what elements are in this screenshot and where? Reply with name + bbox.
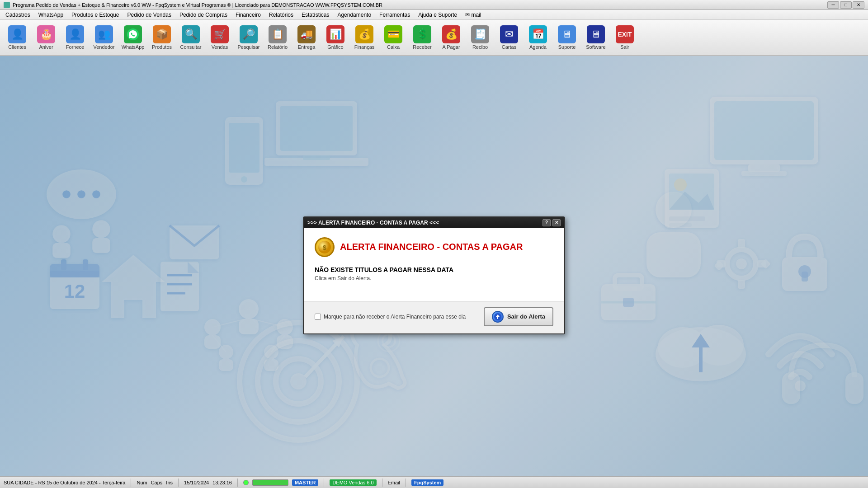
menu-ferramentas[interactable]: Ferramentas bbox=[376, 11, 414, 19]
maximize-button[interactable]: □ bbox=[840, 1, 852, 9]
menu-bar: Cadastros WhatsApp Produtos e Estoque Pe… bbox=[0, 10, 868, 20]
alert-dialog: >>> ALERTA FINANCEIRO - CONTAS A PAGAR <… bbox=[303, 216, 565, 334]
toolbar-btn-clientes[interactable]: 👤 Clientes bbox=[4, 22, 31, 53]
menu-whatsapp[interactable]: WhatsApp bbox=[35, 11, 67, 19]
whatsapp-label: WhatsApp bbox=[122, 44, 145, 50]
status-divider-4 bbox=[324, 479, 324, 487]
toolbar-btn-agenda[interactable]: 📅 Agenda bbox=[524, 22, 552, 53]
vendedor-icon: 👥 bbox=[95, 25, 113, 43]
dialog-coin-icon: $ bbox=[315, 237, 335, 257]
dialog-header-row: $ ALERTA FINANCEIRO - CONTAS A PAGAR bbox=[315, 237, 553, 257]
title-bar-text: Programa Pedido de Vendas + Estoque & Fi… bbox=[13, 2, 382, 8]
main-area: 12 bbox=[0, 56, 868, 476]
status-divider-3 bbox=[237, 479, 238, 487]
status-email: Email bbox=[388, 480, 401, 485]
dialog-message-main: NÃO EXISTE TITULOS A PAGAR NESSA DATA bbox=[315, 266, 553, 273]
no-alert-checkbox[interactable] bbox=[315, 314, 321, 320]
minimize-button[interactable]: ─ bbox=[827, 1, 839, 9]
entrega-icon: 🚚 bbox=[297, 25, 316, 43]
relatorio-label: Relatório bbox=[268, 44, 288, 50]
entrega-label: Entrega bbox=[298, 44, 316, 50]
aniver-label: Aniver bbox=[39, 44, 53, 50]
toolbar-btn-whatsapp[interactable]: WhatsApp bbox=[119, 22, 146, 53]
toolbar-btn-apagar[interactable]: 💰 A Pagar bbox=[438, 22, 465, 53]
toolbar-btn-financas[interactable]: 💰 Finanças bbox=[351, 22, 378, 53]
toolbar-btn-pesquisar[interactable]: 🔎 Pesquisar bbox=[235, 22, 262, 53]
toolbar-btn-aniver[interactable]: 🎂 Aniver bbox=[33, 22, 60, 53]
title-bar-left: Programa Pedido de Vendas + Estoque & Fi… bbox=[4, 2, 382, 8]
dialog-title-text: ALERTA FINANCEIRO - CONTAS A PAGAR bbox=[340, 242, 523, 252]
toolbar-btn-suporte[interactable]: 🖥 Suporte bbox=[553, 22, 580, 53]
grafico-icon: 📊 bbox=[326, 25, 344, 43]
status-system-badge: FpqSystem bbox=[411, 479, 443, 486]
close-button[interactable]: ✕ bbox=[853, 1, 864, 9]
status-led bbox=[243, 480, 249, 485]
status-date: 15/10/2024 bbox=[184, 480, 209, 485]
status-user-badge: MASTER bbox=[292, 479, 318, 486]
sair-btn-icon bbox=[492, 311, 504, 323]
recibo-icon: 🧾 bbox=[471, 25, 489, 43]
receber-label: Receber bbox=[413, 44, 432, 50]
relatorio-icon: 📋 bbox=[269, 25, 287, 43]
menu-cadastros[interactable]: Cadastros bbox=[2, 11, 34, 19]
status-divider-5 bbox=[382, 479, 382, 487]
title-bar: Programa Pedido de Vendas + Estoque & Fi… bbox=[0, 0, 868, 10]
status-location: SUA CIDADE - RS 15 de Outubro de 2024 - … bbox=[4, 480, 125, 485]
no-alert-checkbox-label[interactable]: Marque para não receber o Alerta Finance… bbox=[315, 314, 466, 320]
toolbar-btn-receber[interactable]: 💲 Receber bbox=[409, 22, 436, 53]
menu-produtos-estoque[interactable]: Produtos e Estoque bbox=[68, 11, 123, 19]
clientes-icon: 👤 bbox=[8, 25, 26, 43]
grafico-label: Gráfico bbox=[327, 44, 343, 50]
menu-relatorios[interactable]: Relatórios bbox=[265, 11, 297, 19]
sair-alerta-button[interactable]: Sair do Alerta bbox=[484, 307, 553, 326]
menu-financeiro[interactable]: Financeiro bbox=[232, 11, 264, 19]
menu-mail[interactable]: ✉ mail bbox=[462, 11, 485, 19]
toolbar-btn-vendas[interactable]: 🛒 Vendas bbox=[206, 22, 233, 53]
apagar-label: A Pagar bbox=[442, 44, 460, 50]
toolbar: 👤 Clientes 🎂 Aniver 👤 Fornece 👥 Vendedor… bbox=[0, 20, 868, 56]
status-bar: SUA CIDADE - RS 15 de Outubro de 2024 - … bbox=[0, 476, 868, 488]
title-bar-controls[interactable]: ─ □ ✕ bbox=[827, 1, 864, 9]
no-alert-label: Marque para não receber o Alerta Finance… bbox=[324, 314, 466, 320]
toolbar-btn-consultar[interactable]: 🔍 Consultar bbox=[177, 22, 204, 53]
status-indicator bbox=[252, 479, 288, 486]
menu-ajuda-suporte[interactable]: Ajuda e Suporte bbox=[415, 11, 461, 19]
toolbar-btn-vendedor[interactable]: 👥 Vendedor bbox=[90, 22, 118, 53]
aniver-icon: 🎂 bbox=[37, 25, 55, 43]
toolbar-btn-caixa[interactable]: 💳 Caixa bbox=[380, 22, 407, 53]
toolbar-btn-software[interactable]: 🖥 Software bbox=[582, 22, 609, 53]
fornece-label: Fornece bbox=[66, 44, 84, 50]
menu-pedido-compras[interactable]: Pedido de Compras bbox=[176, 11, 231, 19]
cartas-label: Cartas bbox=[502, 44, 516, 50]
consultar-icon: 🔍 bbox=[182, 25, 200, 43]
toolbar-btn-relatorio[interactable]: 📋 Relatório bbox=[264, 22, 291, 53]
menu-estatisticas[interactable]: Estatísticas bbox=[298, 11, 333, 19]
toolbar-btn-recibo[interactable]: 🧾 Recibo bbox=[467, 22, 494, 53]
dialog-titlebar-text: >>> ALERTA FINANCEIRO - CONTAS A PAGAR <… bbox=[307, 220, 439, 226]
toolbar-btn-entrega[interactable]: 🚚 Entrega bbox=[293, 22, 320, 53]
pesquisar-icon: 🔎 bbox=[240, 25, 258, 43]
software-label: Software bbox=[586, 44, 605, 50]
dialog-close-button[interactable]: ✕ bbox=[552, 219, 561, 226]
caixa-label: Caixa bbox=[387, 44, 400, 50]
toolbar-btn-cartas[interactable]: ✉ Cartas bbox=[495, 22, 523, 53]
dialog-message-sub: Clica em Sair do Alerta. bbox=[315, 275, 553, 282]
sair-btn-label: Sair do Alerta bbox=[507, 313, 545, 320]
recibo-label: Recibo bbox=[472, 44, 488, 50]
vendas-label: Vendas bbox=[212, 44, 228, 50]
consultar-label: Consultar bbox=[180, 44, 201, 50]
toolbar-btn-fornece[interactable]: 👤 Fornece bbox=[61, 22, 89, 53]
toolbar-btn-exit[interactable]: EXIT Sair bbox=[611, 22, 638, 53]
produtos-label: Produtos bbox=[152, 44, 172, 50]
toolbar-btn-grafico[interactable]: 📊 Gráfico bbox=[322, 22, 349, 53]
agenda-icon: 📅 bbox=[529, 25, 547, 43]
menu-pedido-vendas[interactable]: Pedido de Vendas bbox=[123, 11, 175, 19]
status-ins: Ins bbox=[166, 480, 173, 485]
status-divider-6 bbox=[406, 479, 406, 487]
dialog-titlebar-controls[interactable]: ? ✕ bbox=[542, 219, 561, 226]
menu-agendamento[interactable]: Agendamento bbox=[334, 11, 375, 19]
status-caps: Caps bbox=[151, 480, 163, 485]
cartas-icon: ✉ bbox=[500, 25, 518, 43]
toolbar-btn-produtos[interactable]: 📦 Produtos bbox=[148, 22, 175, 53]
dialog-help-button[interactable]: ? bbox=[542, 219, 551, 226]
